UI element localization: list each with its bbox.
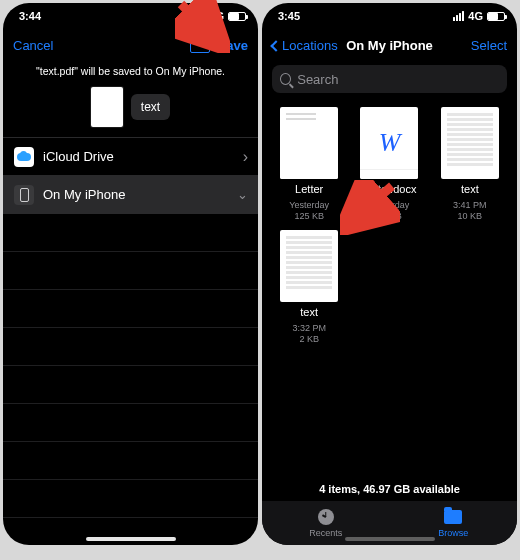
search-input[interactable] (297, 72, 499, 87)
tab-label: Browse (438, 528, 468, 538)
file-meta: Yesterday11 KB (370, 200, 410, 222)
file-grid: Letter Yesterday125 KB W Letter.docx Yes… (262, 101, 517, 345)
nav-bar: Cancel Save (3, 29, 258, 61)
file-item-letter-docx[interactable]: W Letter.docx Yesterday11 KB (352, 107, 426, 222)
file-name: Letter (295, 183, 323, 196)
location-on-my-iphone[interactable]: On My iPhone ⌄ (3, 175, 258, 213)
save-button[interactable]: Save (218, 38, 248, 53)
file-thumbnail (91, 87, 123, 127)
file-meta: Yesterday125 KB (289, 200, 329, 222)
home-indicator (86, 537, 176, 541)
file-item-text-2[interactable]: text 3:32 PM2 KB (272, 230, 346, 345)
location-label: On My iPhone (43, 187, 125, 202)
location-label: iCloud Drive (43, 149, 114, 164)
battery-icon (228, 12, 246, 21)
file-thumbnail (441, 107, 499, 179)
storage-summary: 4 items, 46.97 GB available (262, 477, 517, 501)
signal-icon (194, 11, 205, 21)
status-time: 3:45 (278, 10, 300, 22)
chevron-right-icon: › (243, 148, 248, 166)
status-time: 3:44 (19, 10, 41, 22)
new-folder-icon[interactable] (190, 37, 210, 53)
file-preview: text (3, 87, 258, 127)
file-name: Letter.docx (363, 183, 417, 196)
folder-icon (444, 510, 462, 524)
signal-icon (453, 11, 464, 21)
search-field[interactable] (272, 65, 507, 93)
file-meta: 3:41 PM10 KB (453, 200, 487, 222)
back-button[interactable]: Locations (272, 38, 338, 53)
nav-bar: Locations On My iPhone Select (262, 29, 517, 61)
location-icloud-drive[interactable]: iCloud Drive › (3, 137, 258, 175)
search-icon (280, 73, 291, 85)
iphone-icon (14, 185, 34, 205)
battery-icon (487, 12, 505, 21)
file-thumbnail: W (360, 107, 418, 179)
file-meta: 3:32 PM2 KB (292, 323, 326, 345)
home-indicator (345, 537, 435, 541)
status-bar: 3:45 4G (262, 3, 517, 29)
network-label: 4G (209, 10, 224, 22)
network-label: 4G (468, 10, 483, 22)
status-bar: 3:44 4G (3, 3, 258, 29)
empty-rows (3, 213, 258, 518)
cancel-button[interactable]: Cancel (13, 38, 53, 53)
screenshot-files-browse: 3:45 4G Locations On My iPhone Select Le… (262, 3, 517, 545)
file-thumbnail (280, 230, 338, 302)
file-name: text (300, 306, 318, 319)
file-item-text-1[interactable]: text 3:41 PM10 KB (433, 107, 507, 222)
clock-icon (318, 509, 334, 525)
select-button[interactable]: Select (471, 38, 507, 53)
file-name-chip[interactable]: text (131, 94, 170, 120)
file-name: text (461, 183, 479, 196)
file-item-letter[interactable]: Letter Yesterday125 KB (272, 107, 346, 222)
file-thumbnail (280, 107, 338, 179)
save-hint: "text.pdf" will be saved to On My iPhone… (3, 61, 258, 81)
tab-label: Recents (309, 528, 342, 538)
chevron-down-icon: ⌄ (237, 187, 248, 202)
icloud-icon (14, 147, 34, 167)
screenshot-save-sheet: 3:44 4G Cancel Save "text.pdf" will be s… (3, 3, 258, 545)
chevron-left-icon (270, 40, 281, 51)
back-label: Locations (282, 38, 338, 53)
